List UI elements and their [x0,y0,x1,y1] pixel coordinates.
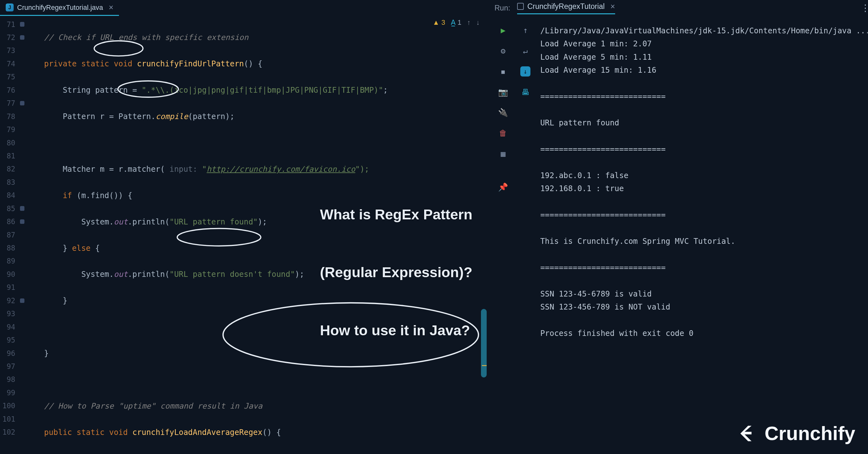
pin-icon[interactable]: 📌 [497,181,509,193]
soft-wrap-icon[interactable]: ↵ [519,45,532,57]
console-output[interactable]: /Library/Java/JavaVirtualMachines/jdk-15… [534,16,868,452]
printer-icon[interactable]: 🖶 [519,86,532,98]
close-icon[interactable]: × [610,2,615,11]
next-highlight-icon[interactable]: ↓ [476,19,480,27]
tab-bar: J CrunchifyRegexTutorial.java × [0,0,490,16]
scroll-top-icon[interactable]: ↑ [519,24,532,37]
editor-tab[interactable]: J CrunchifyRegexTutorial.java × [0,0,119,16]
camera-icon[interactable]: 📷 [497,86,509,98]
run-panel: Run: CrunchifyRegexTutorial × ⋮ ▶ ⚙ ■ 📷 … [490,0,868,452]
run-toolbar-2: ↑ ↵ ↓ 🖶 [516,16,534,452]
layout-icon[interactable]: ▦ [497,148,509,160]
typo-icon[interactable]: A̲ 1 [451,19,461,27]
download-badge-icon[interactable]: ↓ [519,65,532,78]
warning-icon[interactable]: ▲ 3 [433,19,445,27]
tab-filename: CrunchifyRegexTutorial.java [17,3,103,12]
plug-icon[interactable]: 🔌 [497,106,509,119]
run-label: Run: [495,4,510,12]
trash-icon[interactable]: 🗑 [497,127,509,140]
run-config-icon [517,3,524,10]
java-file-icon: J [6,3,13,11]
settings-icon[interactable]: ⚙ [497,45,509,57]
run-button[interactable]: ▶ [497,24,509,37]
error-stripe[interactable] [480,19,488,453]
inspection-indicators: ▲ 3 A̲ 1 ↑ ↓ [433,19,480,27]
code-area[interactable]: // Check if URL ends with specific exten… [26,16,490,452]
run-toolbar: ▶ ⚙ ■ 📷 🔌 🗑 ▦ 📌 [490,16,516,452]
more-icon[interactable]: ⋮ [861,3,868,13]
run-config-tab[interactable]: CrunchifyRegexTutorial × [517,2,615,14]
gutter: 71 72 73 74 75 76 77 78 79 80 81 82 83 8… [0,16,26,452]
run-header: Run: CrunchifyRegexTutorial × ⋮ [490,0,868,16]
close-icon[interactable]: × [109,3,114,11]
prev-highlight-icon[interactable]: ↑ [467,19,470,27]
stop-icon[interactable]: ■ [497,65,509,78]
editor-panel: J CrunchifyRegexTutorial.java × ▲ 3 A̲ 1… [0,0,490,452]
